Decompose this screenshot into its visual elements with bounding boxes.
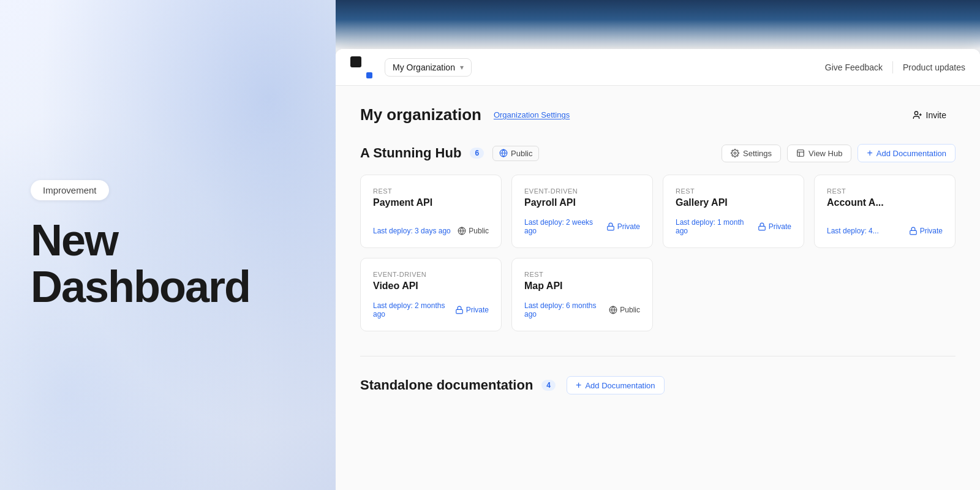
api-card[interactable]: REST Account A... Last deploy: 4... Priv…: [814, 175, 956, 248]
deploy-time: Last deploy: 4...: [827, 227, 879, 235]
api-card-top: Event-Driven Video API: [373, 271, 489, 292]
standalone-add-doc-button[interactable]: + Add Documentation: [567, 376, 665, 394]
svg-point-0: [914, 111, 918, 115]
api-card-top: REST Payment API: [373, 187, 489, 208]
view-hub-icon: [796, 149, 805, 157]
api-card[interactable]: Event-Driven Payroll API Last deploy: 2 …: [511, 175, 653, 248]
logo-dark-square: [350, 56, 361, 67]
product-updates-link[interactable]: Product updates: [903, 62, 965, 72]
plus-icon-standalone: +: [576, 380, 581, 390]
api-card-top: REST Account A...: [827, 187, 943, 208]
api-card-bottom: Last deploy: 6 months ago Public: [524, 301, 640, 318]
privacy-tag: Private: [758, 222, 791, 231]
hub-count-badge: 6: [470, 148, 484, 159]
api-type: REST: [524, 271, 640, 278]
hub-section-header: A Stunning Hub 6 Public: [360, 144, 956, 162]
api-card-bottom: Last deploy: 3 days ago Public: [373, 227, 489, 235]
org-name: My Organization: [393, 62, 455, 72]
deploy-time: Last deploy: 2 months ago: [373, 301, 455, 318]
standalone-section-header: Standalone documentation 4 + Add Documen…: [360, 376, 956, 394]
settings-icon: [731, 149, 739, 157]
standalone-section: Standalone documentation 4 + Add Documen…: [360, 376, 956, 394]
privacy-tag: Public: [458, 227, 489, 235]
api-card[interactable]: REST Map API Last deploy: 6 months ago P…: [511, 258, 653, 331]
api-name: Gallery API: [676, 197, 791, 208]
org-selector[interactable]: My Organization ▾: [385, 58, 472, 77]
api-grid: REST Payment API Last deploy: 3 days ago…: [360, 175, 956, 331]
give-feedback-link[interactable]: Give Feedback: [825, 62, 883, 72]
api-name: Video API: [373, 281, 489, 292]
main-window: My Organization ▾ Give Feedback Product …: [336, 49, 980, 490]
svg-rect-12: [758, 226, 765, 230]
settings-button[interactable]: Settings: [722, 145, 781, 162]
add-doc-label: Add Documentation: [876, 149, 946, 158]
visibility-tag[interactable]: Public: [492, 146, 539, 161]
privacy-tag: Private: [909, 227, 943, 235]
invite-label: Invite: [926, 110, 946, 120]
api-card[interactable]: REST Payment API Last deploy: 3 days ago…: [360, 175, 502, 248]
globe-icon: [458, 227, 466, 235]
api-name: Map API: [524, 281, 640, 292]
api-name: Account A...: [827, 197, 943, 208]
deploy-time: Last deploy: 1 month ago: [676, 218, 758, 235]
left-panel: Improvement New Dashboard: [0, 0, 336, 490]
improvement-badge: Improvement: [31, 180, 109, 200]
hub-section: A Stunning Hub 6 Public: [360, 144, 956, 331]
api-card-top: Event-Driven Payroll API: [524, 187, 640, 208]
api-type: Event-Driven: [524, 187, 640, 195]
user-plus-icon: [913, 110, 922, 120]
page-header: My organization Organization Settings In…: [360, 105, 956, 124]
invite-button[interactable]: Invite: [903, 106, 956, 124]
deploy-time: Last deploy: 2 weeks ago: [524, 218, 606, 235]
nav-divider: [892, 61, 893, 74]
org-settings-link[interactable]: Organization Settings: [494, 110, 570, 119]
api-card-top: REST Map API: [524, 271, 640, 292]
hub-actions: Settings View Hub + Add: [722, 144, 956, 162]
navbar-right: Give Feedback Product updates: [825, 61, 965, 74]
svg-rect-14: [456, 309, 462, 313]
api-type: Event-Driven: [373, 271, 489, 278]
api-type: REST: [373, 187, 489, 195]
privacy-tag: Private: [606, 222, 640, 231]
logo-blue-square: [366, 72, 372, 78]
globe-icon: [499, 149, 508, 157]
standalone-add-doc-label: Add Documentation: [585, 381, 655, 390]
api-card-top: REST Gallery API: [676, 187, 791, 208]
svg-rect-6: [797, 150, 804, 157]
svg-rect-11: [607, 226, 614, 230]
api-type: REST: [676, 187, 791, 195]
api-type: REST: [827, 187, 943, 195]
api-card-bottom: Last deploy: 4... Private: [827, 227, 943, 235]
content-area: My organization Organization Settings In…: [336, 86, 980, 490]
privacy-tag: Public: [609, 306, 640, 314]
svg-point-5: [734, 152, 736, 154]
standalone-count-badge: 4: [541, 380, 556, 391]
plus-icon: +: [867, 148, 872, 158]
logo-icon: [350, 56, 372, 78]
api-card[interactable]: REST Gallery API Last deploy: 1 month ag…: [663, 175, 804, 248]
lock-icon: [758, 222, 766, 231]
right-panel: My Organization ▾ Give Feedback Product …: [336, 0, 980, 490]
navbar: My Organization ▾ Give Feedback Product …: [336, 49, 980, 86]
hero-title: New Dashboard: [31, 217, 305, 310]
lock-icon: [909, 227, 918, 235]
deploy-time: Last deploy: 6 months ago: [524, 301, 609, 318]
settings-label: Settings: [743, 149, 772, 158]
standalone-title: Standalone documentation: [360, 377, 533, 393]
add-documentation-button[interactable]: + Add Documentation: [858, 144, 956, 162]
view-hub-button[interactable]: View Hub: [787, 145, 851, 162]
api-card-bottom: Last deploy: 2 months ago Private: [373, 301, 489, 318]
api-card[interactable]: Event-Driven Video API Last deploy: 2 mo…: [360, 258, 502, 331]
api-card-bottom: Last deploy: 1 month ago Private: [676, 218, 791, 235]
hub-title: A Stunning Hub: [360, 145, 461, 161]
globe-icon: [609, 306, 617, 314]
page-title: My organization: [360, 105, 481, 124]
api-card-bottom: Last deploy: 2 weeks ago Private: [524, 218, 640, 235]
chevron-down-icon: ▾: [460, 63, 464, 72]
lock-icon: [455, 306, 464, 314]
view-hub-label: View Hub: [809, 149, 842, 158]
privacy-tag: Private: [455, 306, 489, 314]
deploy-time: Last deploy: 3 days ago: [373, 227, 451, 235]
page-header-left: My organization Organization Settings: [360, 105, 570, 124]
api-name: Payment API: [373, 197, 489, 208]
